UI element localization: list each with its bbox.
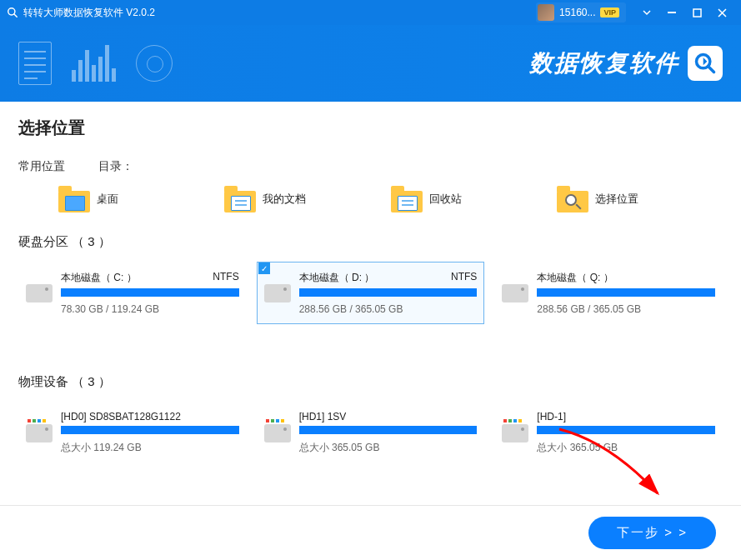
partition-size: 288.56 GB / 365.05 GB: [299, 303, 478, 315]
partition-fs: NTFS: [451, 271, 477, 285]
app-title: 转转大师数据恢复软件 V2.0.2: [23, 6, 536, 20]
place-desktop[interactable]: 桌面: [58, 186, 224, 212]
partition-d[interactable]: 本地磁盘（ D: ）NTFS 288.56 GB / 365.05 GB: [257, 262, 485, 324]
partition-name: 本地磁盘（ Q: ）: [537, 271, 613, 285]
titlebar: 转转大师数据恢复软件 V2.0.2 15160... VIP: [0, 0, 741, 25]
folder-documents-icon: [224, 186, 256, 212]
user-account-area[interactable]: 15160... VIP: [536, 2, 626, 22]
banner-logo-icon: [688, 46, 723, 81]
hdd-icon: [502, 284, 528, 302]
place-label: 桌面: [97, 192, 118, 207]
directory-label: 目录：: [98, 159, 133, 174]
devices-title: 物理设备 （ 3 ）: [18, 374, 723, 390]
hdd-icon: [264, 424, 291, 442]
page-title: 选择位置: [18, 117, 723, 139]
usage-bar: [537, 426, 715, 434]
banner-title: 数据恢复软件: [529, 46, 723, 81]
hdd-icon: [26, 284, 53, 302]
device-hd1[interactable]: [HD1] 1SV 总大小 365.05 GB: [257, 402, 485, 464]
footer: 下一步 > >: [0, 505, 741, 560]
hdd-icon: [502, 424, 528, 442]
folder-recycle-icon: [391, 186, 423, 212]
place-recycle-bin[interactable]: 回收站: [391, 186, 557, 212]
avatar: [538, 4, 554, 21]
device-size: 总大小 365.05 GB: [299, 441, 478, 455]
devices-row: [HD0] SD8SBAT128G1122 总大小 119.24 GB [HD1…: [18, 402, 723, 464]
svg-rect-2: [693, 9, 701, 17]
svg-rect-1: [668, 12, 676, 13]
place-select-location[interactable]: 选择位置: [557, 186, 723, 212]
hdd-icon: [264, 284, 291, 302]
banner: 数据恢复软件: [0, 25, 741, 102]
place-label: 我的文档: [263, 192, 306, 207]
folder-search-icon: [557, 186, 588, 212]
usage-bar: [61, 426, 239, 434]
usage-bar: [299, 426, 478, 434]
device-name: [HD1] 1SV: [299, 411, 347, 422]
partition-fs: NTFS: [213, 271, 238, 285]
usage-bar: [61, 288, 239, 297]
usage-bar: [537, 288, 715, 297]
place-label: 回收站: [429, 192, 462, 207]
user-id: 15160...: [559, 7, 595, 18]
partition-name: 本地磁盘（ C: ）: [61, 271, 137, 285]
common-places-label: 常用位置: [18, 159, 65, 174]
device-name: [HD0] SD8SBAT128G1122: [61, 411, 181, 422]
hdd-icon: [26, 424, 53, 442]
minimize-button[interactable]: [659, 0, 684, 25]
partition-size: 288.56 GB / 365.05 GB: [537, 303, 715, 315]
partition-size: 78.30 GB / 119.24 GB: [61, 303, 239, 315]
maximize-button[interactable]: [684, 0, 709, 25]
folder-desktop-icon: [58, 186, 90, 212]
banner-decoration: [18, 42, 173, 85]
dropdown-button[interactable]: [634, 0, 659, 25]
device-size: 总大小 365.05 GB: [537, 441, 715, 455]
device-name: [HD-1]: [537, 411, 566, 422]
partition-q[interactable]: 本地磁盘（ Q: ） 288.56 GB / 365.05 GB: [494, 262, 723, 324]
close-button[interactable]: [709, 0, 734, 25]
partition-c[interactable]: 本地磁盘（ C: ）NTFS 78.30 GB / 119.24 GB: [18, 262, 247, 324]
device-hd-1[interactable]: [HD-1] 总大小 365.05 GB: [494, 402, 723, 464]
window-controls: [634, 0, 734, 25]
place-label: 选择位置: [595, 192, 638, 207]
usage-bar: [299, 288, 478, 297]
partitions-row: 本地磁盘（ C: ）NTFS 78.30 GB / 119.24 GB 本地磁盘…: [18, 262, 723, 324]
app-logo-icon: [7, 7, 18, 18]
common-places-row: 桌面 我的文档 回收站 选择位置: [18, 186, 723, 212]
next-button[interactable]: 下一步 > >: [588, 517, 716, 549]
vip-badge: VIP: [600, 8, 619, 18]
place-documents[interactable]: 我的文档: [224, 186, 390, 212]
partitions-title: 硬盘分区 （ 3 ）: [18, 234, 723, 250]
partition-name: 本地磁盘（ D: ）: [299, 271, 375, 285]
device-size: 总大小 119.24 GB: [61, 441, 239, 455]
device-hd0[interactable]: [HD0] SD8SBAT128G1122 总大小 119.24 GB: [18, 402, 247, 464]
